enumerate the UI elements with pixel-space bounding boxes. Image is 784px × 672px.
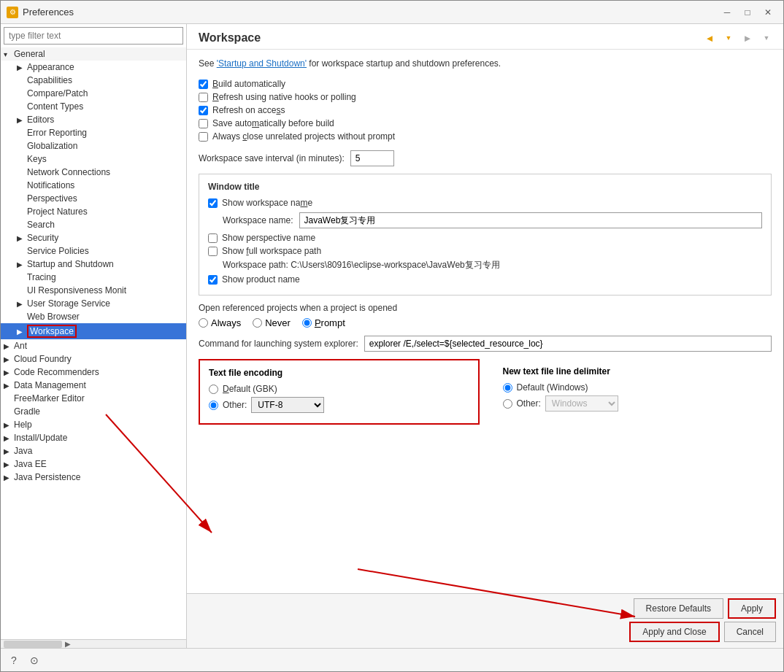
delimiter-other-radio[interactable] [503, 399, 512, 409]
tree-item-error-reporting[interactable]: ▶ Error Reporting [1, 126, 186, 139]
workspace-name-label: Workspace name: [223, 215, 293, 225]
explorer-input[interactable] [364, 336, 772, 352]
maximize-button[interactable]: □ [738, 3, 757, 22]
tree-item-notifications[interactable]: ▶ Notifications [1, 179, 186, 192]
preferences-window: ⚙ Preferences ─ □ ✕ ▾ General [0, 0, 784, 672]
workspace-name-input[interactable] [299, 212, 763, 228]
explorer-row: Command for launching system explorer: [199, 336, 772, 352]
tree-item-project-natures[interactable]: ▶ Project Natures [1, 205, 186, 218]
workspace-path-label: Workspace path: [223, 260, 291, 270]
tree-item-perspectives[interactable]: ▶ Perspectives [1, 192, 186, 205]
encoding-other-select[interactable]: UTF-8 GBK ISO-8859-1 [251, 397, 324, 413]
build-automatically-checkbox[interactable] [199, 80, 208, 89]
tree-item-ant[interactable]: ▶ Ant [1, 339, 186, 352]
apply-button[interactable]: Apply [728, 598, 776, 619]
desc-post: for workspace startup and shutdown prefe… [307, 58, 501, 69]
open-ref-always: Always [199, 317, 241, 328]
main-content: ▾ General ▶ Appearance ▶ Capabilities ▶ [1, 24, 783, 648]
refresh-native-group: Refresh using native hooks or polling [199, 92, 772, 102]
prompt-radio[interactable] [302, 318, 312, 328]
close-unrelated-label: Always close unrelated projects without … [212, 131, 395, 142]
tree-item-appearance[interactable]: ▶ Appearance [1, 61, 186, 74]
tree-item-network-connections[interactable]: ▶ Network Connections [1, 166, 186, 179]
tree-item-freemaker[interactable]: ▶ FreeMarker Editor [1, 392, 186, 405]
window-title-section: Window title Show workspace name Workspa… [199, 174, 772, 296]
tree-item-java[interactable]: ▶ Java [1, 444, 186, 457]
bottom-container: Restore Defaults Apply Apply and Close C… [187, 593, 783, 648]
settings-icon-button[interactable]: ⊙ [27, 653, 42, 668]
tree-item-startup-shutdown[interactable]: ▶ Startup and Shutdown [1, 258, 186, 271]
help-icon-button[interactable]: ? [7, 653, 21, 668]
refresh-access-group: Refresh on access [199, 105, 772, 115]
save-interval-input[interactable] [350, 150, 394, 166]
close-button[interactable]: ✕ [758, 3, 777, 22]
tree-item-java-ee[interactable]: ▶ Java EE [1, 457, 186, 471]
delimiter-default-radio[interactable] [503, 383, 512, 393]
tree-item-user-storage[interactable]: ▶ User Storage Service [1, 297, 186, 310]
tree-item-cloud-foundry[interactable]: ▶ Cloud Foundry [1, 352, 186, 366]
tree-item-content-types[interactable]: ▶ Content Types [1, 100, 186, 113]
tree-item-gradle[interactable]: ▶ Gradle [1, 405, 186, 418]
tree-item-workspace[interactable]: ▶ Workspace [1, 323, 186, 339]
page-title: Workspace [199, 31, 261, 45]
expand-arrow-appearance: ▶ [17, 63, 27, 72]
tree-item-security[interactable]: ▶ Security [1, 231, 186, 244]
encoding-title: Text file encoding [209, 368, 469, 378]
text-encoding-box: Text file encoding Default (GBK) Other: … [199, 359, 480, 425]
encoding-default-radio[interactable] [209, 385, 218, 394]
tree-item-service-policies[interactable]: ▶ Service Policies [1, 244, 186, 258]
right-content: See 'Startup and Shutdown' for workspace… [187, 50, 783, 593]
tree-item-help[interactable]: ▶ Help [1, 418, 186, 431]
show-perspective-name-checkbox[interactable] [208, 233, 218, 243]
never-radio[interactable] [253, 318, 262, 328]
show-workspace-name-checkbox[interactable] [208, 198, 218, 208]
tree-item-data-management[interactable]: ▶ Data Management [1, 379, 186, 392]
minimize-button[interactable]: ─ [718, 3, 737, 22]
save-before-build-label: Save automatically before build [212, 118, 334, 128]
encoding-other-label: Other: [223, 400, 247, 410]
cancel-button[interactable]: Cancel [724, 622, 776, 642]
refresh-native-checkbox[interactable] [199, 93, 208, 102]
tree-item-capabilities[interactable]: ▶ Capabilities [1, 74, 186, 87]
forward-dropdown-button[interactable]: ▼ [758, 30, 775, 46]
h-scrollbar[interactable]: ▶ [1, 639, 186, 648]
tree-item-general[interactable]: ▾ General [1, 47, 186, 61]
general-label: General [14, 49, 45, 59]
forward-button[interactable]: ► [739, 30, 756, 46]
tree-item-tracing[interactable]: ▶ Tracing [1, 271, 186, 284]
back-dropdown-button[interactable]: ▼ [720, 30, 737, 46]
apply-close-button[interactable]: Apply and Close [629, 622, 719, 642]
show-product-name-checkbox[interactable] [208, 275, 218, 285]
open-ref-radio-group: Always Never Prompt [199, 317, 772, 328]
window-title: Preferences [23, 7, 718, 18]
delimiter-other-select[interactable]: Windows Unix Mac [545, 395, 618, 412]
back-button[interactable]: ◄ [702, 30, 718, 46]
show-product-name-group: Show product name [208, 274, 762, 285]
always-radio[interactable] [199, 318, 208, 328]
tree-item-search[interactable]: ▶ Search [1, 218, 186, 231]
tree-item-java-persistence[interactable]: ▶ Java Persistence [1, 471, 186, 484]
show-full-path-checkbox[interactable] [208, 247, 218, 256]
save-before-build-checkbox[interactable] [199, 119, 208, 128]
encoding-other-radio[interactable] [209, 401, 218, 410]
encoding-default-row: Default (GBK) [209, 384, 469, 394]
build-automatically-label: Build automatically [212, 79, 285, 89]
refresh-access-label: Refresh on access [212, 105, 285, 115]
right-header: Workspace ◄ ▼ ► ▼ [187, 24, 783, 50]
tree-item-editors[interactable]: ▶ Editors [1, 113, 186, 126]
startup-shutdown-link[interactable]: 'Startup and Shutdown' [217, 58, 307, 69]
encoding-section: Text file encoding Default (GBK) Other: … [199, 359, 772, 425]
tree-item-keys[interactable]: ▶ Keys [1, 152, 186, 166]
expand-arrow-general: ▾ [4, 50, 14, 58]
tree-item-install-update[interactable]: ▶ Install/Update [1, 431, 186, 444]
close-unrelated-checkbox[interactable] [199, 132, 208, 142]
refresh-access-checkbox[interactable] [199, 106, 208, 115]
tree-item-compare-patch[interactable]: ▶ Compare/Patch [1, 87, 186, 100]
tree-item-web-browser[interactable]: ▶ Web Browser [1, 310, 186, 323]
build-automatically-group: Build automatically [199, 79, 772, 89]
tree-item-ui-responsiveness[interactable]: ▶ UI Responsiveness Monit [1, 284, 186, 297]
filter-input[interactable] [4, 27, 183, 45]
tree-item-globalization[interactable]: ▶ Globalization [1, 139, 186, 152]
tree-item-code-recommenders[interactable]: ▶ Code Recommenders [1, 366, 186, 379]
restore-defaults-button[interactable]: Restore Defaults [634, 598, 723, 619]
